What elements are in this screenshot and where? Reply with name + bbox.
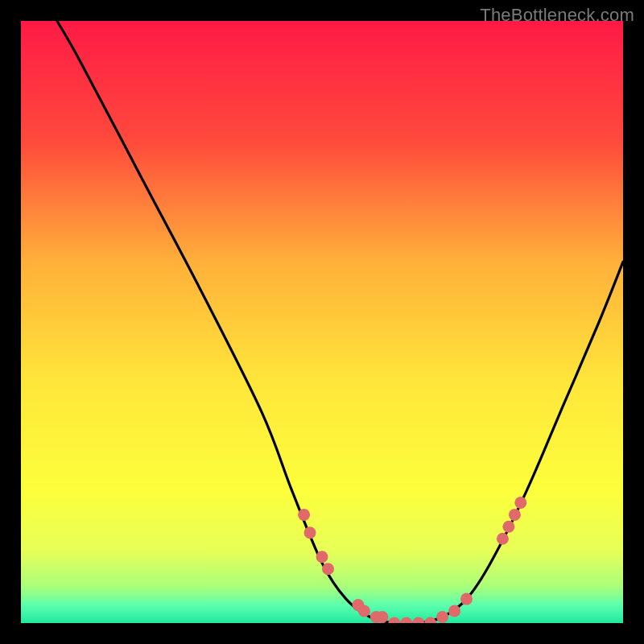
data-marker [436, 611, 448, 623]
data-marker [502, 521, 514, 533]
data-marker [460, 593, 473, 605]
plot-background [21, 21, 623, 623]
chart-frame [21, 21, 623, 623]
data-marker [376, 611, 388, 623]
data-marker [448, 605, 460, 617]
data-marker [509, 509, 521, 521]
data-marker [316, 551, 328, 563]
bottleneck-chart [21, 21, 623, 623]
data-marker [497, 533, 509, 545]
data-marker [514, 497, 526, 509]
data-marker [358, 605, 370, 617]
data-marker [304, 526, 316, 539]
data-marker [298, 509, 310, 521]
data-marker [322, 563, 334, 575]
